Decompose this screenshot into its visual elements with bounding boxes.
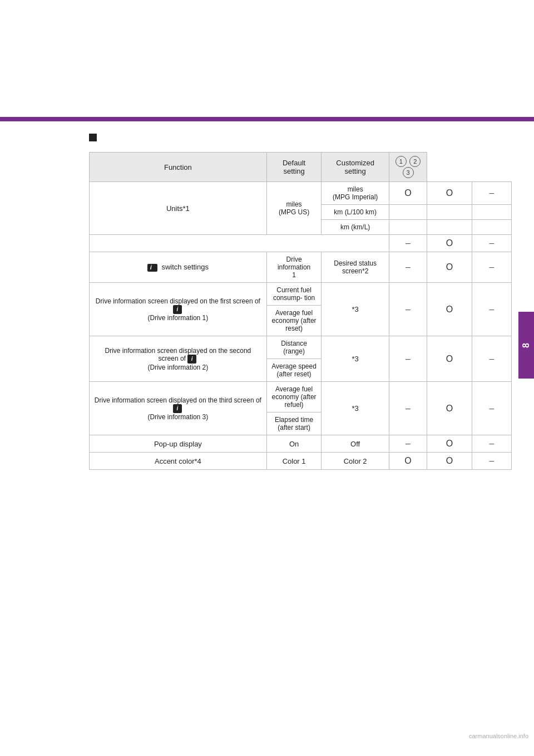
top-content [0,11,534,111]
switch-col3: – [472,252,511,283]
function-units: Units*1 [90,182,267,235]
col2-empty2 [427,220,472,235]
info-icon-2: i [187,355,196,364]
extra-col1: – [389,235,427,252]
default-avg-fuel-1: Average fuel economy (after reset) [266,306,322,336]
default-color1: Color 1 [266,453,322,470]
switch-settings-label: switch settings [161,263,209,271]
top-bar [0,117,534,121]
section-marker [89,134,97,141]
customized-km-l100km: km (L/100 km) [322,205,389,220]
customized-desired-status: Desired status screen*2 [322,252,389,283]
sidebar-tab-number: 8 [521,343,531,348]
function-driveinfo3: Drive information screen displayed on th… [90,382,267,435]
driveinfo3-col1: – [389,382,427,435]
table-row: Units*1 miles(MPG US) miles(MPG Imperial… [90,182,512,205]
customized-km-kml: km (km/L) [322,220,389,235]
driveinfo2-col3: – [472,336,511,382]
switch-col2: O [427,252,472,283]
function-driveinfo2: Drive information screen displayed on th… [90,336,267,382]
header-customized-setting: Customized setting [322,153,389,182]
customized-mpg-imperial: miles(MPG Imperial) [322,182,389,205]
customized-color2: Color 2 [322,453,389,470]
function-switch-settings: switch settings [90,252,267,283]
function-accent: Accent color*4 [90,453,267,470]
default-mpg-us: miles(MPG US) [266,182,322,235]
driveinfo3-col3: – [472,382,511,435]
table-row-driveinfo3: Drive information screen displayed on th… [90,382,512,413]
col1-o: O [389,182,427,205]
empty-function [90,235,389,252]
header-function: Function [90,153,267,182]
driveinfo2-col1: – [389,336,427,382]
info-icon-3: i [173,404,182,413]
driveinfo1-col3: – [472,283,511,336]
default-drive-info-1: Driveinformation1 [266,252,322,283]
info-icon-1: i [173,305,182,314]
function-popup: Pop-up display [90,435,267,453]
col2-o: O [427,182,472,205]
accent-col1: O [389,453,427,470]
col3-dash: – [472,182,511,205]
switch-icon [147,264,157,272]
header-circles: 1 2 3 [389,153,427,182]
driveinfo1-col1: – [389,283,427,336]
main-content: Function Default setting Customized sett… [89,128,512,475]
header-default-setting: Default setting [266,153,322,182]
sidebar-tab: 8 [518,312,534,379]
table-row-driveinfo1: Drive information screen displayed on th… [90,283,512,306]
table-row-switch: switch settings Driveinformation1 Desire… [90,252,512,283]
default-on: On [266,435,322,453]
table-header-row: Function Default setting Customized sett… [90,153,512,182]
driveinfo3-col2: O [427,382,472,435]
col3-empty2 [472,220,511,235]
table-row-extra: – O – [90,235,512,252]
col2-empty [427,205,472,220]
driveinfo1-col2: O [427,283,472,336]
default-current-fuel: Current fuel consump- tion [266,283,322,306]
driveinfo2-col2: O [427,336,472,382]
default-avg-speed: Average speed (after reset) [266,359,322,382]
table-row-popup: Pop-up display On Off – O – [90,435,512,453]
col1-empty [389,205,427,220]
circle-badge-2: 2 [409,156,421,167]
customized-star3-2: *3 [322,336,389,382]
default-elapsed-time: Elapsed time (after start) [266,413,322,435]
popup-col3: – [472,435,511,453]
function-driveinfo1: Drive information screen displayed on th… [90,283,267,336]
accent-col2: O [427,453,472,470]
table-row-driveinfo2: Drive information screen displayed on th… [90,336,512,359]
customized-star3-1: *3 [322,283,389,336]
circle-badge-3: 3 [403,167,414,178]
main-table: Function Default setting Customized sett… [89,152,512,470]
circle-badge-1: 1 [395,156,407,167]
default-avg-fuel-refuel: Average fuel economy (after refuel) [266,382,322,413]
popup-col2: O [427,435,472,453]
page-container: 8 Function Default setting Customized se… [0,0,534,756]
customized-star3-3: *3 [322,382,389,435]
extra-col3: – [472,235,511,252]
footer-watermark: carmanualsonline.info [469,733,528,739]
col1-empty2 [389,220,427,235]
customized-off: Off [322,435,389,453]
default-distance-range: Distance (range) [266,336,322,359]
switch-col1: – [389,252,427,283]
extra-col2: O [427,235,472,252]
col3-empty [472,205,511,220]
popup-col1: – [389,435,427,453]
table-row-accent: Accent color*4 Color 1 Color 2 O O – [90,453,512,470]
accent-col3: – [472,453,511,470]
